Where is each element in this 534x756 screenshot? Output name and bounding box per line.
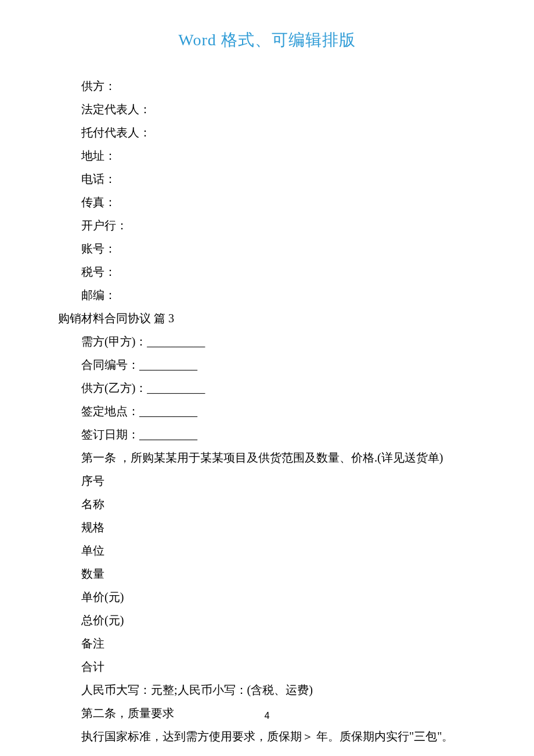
field-phone: 电话： xyxy=(58,167,476,190)
field-postal-code: 邮编： xyxy=(58,283,476,307)
field-tax-number: 税号： xyxy=(58,260,476,283)
table-header-quantity: 数量 xyxy=(58,562,476,585)
document-body: 供方： 法定代表人： 托付代表人： 地址： 电话： 传真： 开户行： 账号： 税… xyxy=(58,74,476,748)
table-header-unit: 单位 xyxy=(58,539,476,562)
table-header-unit-price: 单价(元) xyxy=(58,585,476,609)
field-buyer-party-a: 需方(甲方)：__________ xyxy=(58,330,476,353)
page-number: 4 xyxy=(0,711,534,721)
table-header-spec: 规格 xyxy=(58,516,476,539)
field-legal-rep: 法定代表人： xyxy=(58,98,476,121)
section-heading: 购销材料合同协议 篇 3 xyxy=(58,307,476,330)
field-signing-location: 签定地点：__________ xyxy=(58,399,476,423)
field-signing-date: 签订日期：__________ xyxy=(58,423,476,446)
page-header-title: Word 格式、可编辑排版 xyxy=(58,29,476,51)
article-2-body: 执行国家标准，达到需方使用要求，质保期＞ 年。质保期内实行"三包"。 xyxy=(58,725,476,748)
table-header-remark: 备注 xyxy=(58,632,476,655)
table-header-name: 名称 xyxy=(58,492,476,516)
field-fax: 传真： xyxy=(58,190,476,214)
table-header-total-price: 总价(元) xyxy=(58,609,476,632)
field-account: 账号： xyxy=(58,237,476,260)
table-header-serial: 序号 xyxy=(58,469,476,492)
field-address: 地址： xyxy=(58,144,476,167)
amount-line: 人民币大写：元整;人民币小写：(含税、运费) xyxy=(58,678,476,701)
table-header-sum: 合计 xyxy=(58,655,476,678)
field-bank: 开户行： xyxy=(58,214,476,237)
article-1: 第一条 ，所购某某用于某某项目及供货范围及数量、价格.(详见送货单) xyxy=(58,446,476,469)
document-page: Word 格式、可编辑排版 供方： 法定代表人： 托付代表人： 地址： 电话： … xyxy=(0,0,534,756)
field-contract-number: 合同编号：__________ xyxy=(58,353,476,376)
field-supplier-party-b: 供方(乙方)：__________ xyxy=(58,376,476,399)
field-entrusted-rep: 托付代表人： xyxy=(58,121,476,144)
field-supplier: 供方： xyxy=(58,74,476,98)
